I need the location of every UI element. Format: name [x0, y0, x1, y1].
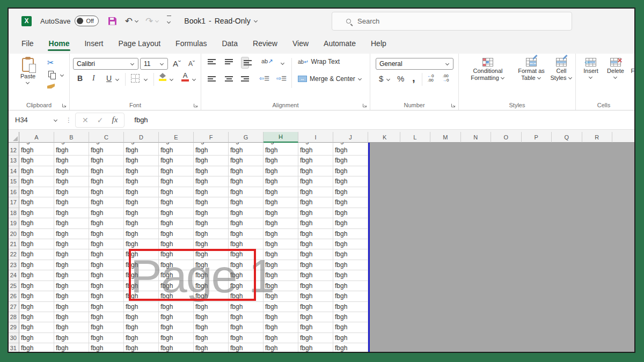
- document-title[interactable]: Book1 - Read-Only: [184, 17, 258, 25]
- cell-D14[interactable]: fbgh: [124, 166, 159, 176]
- cell-F21[interactable]: fbgh: [194, 239, 229, 249]
- bold-button[interactable]: B: [77, 74, 83, 83]
- cell-H12[interactable]: fbgh: [264, 145, 298, 156]
- cell-A26[interactable]: fbgh: [19, 291, 54, 301]
- underline-button[interactable]: U: [106, 74, 112, 83]
- cell-C21[interactable]: fbgh: [89, 239, 124, 249]
- copy-icon[interactable]: [48, 71, 54, 77]
- cell-A31[interactable]: fbgh: [19, 343, 54, 353]
- wrap-text-button[interactable]: ab↵ Wrap Text: [298, 58, 340, 65]
- clipboard-dialog-launcher-icon[interactable]: [62, 103, 67, 108]
- cell-I30[interactable]: fbgh: [298, 333, 333, 343]
- cut-icon[interactable]: ✂: [47, 58, 54, 68]
- cell-F12[interactable]: fbgh: [194, 145, 229, 156]
- cell-B18[interactable]: fbgh: [54, 208, 89, 218]
- cell-D21[interactable]: fbgh: [124, 239, 159, 249]
- cell-C18[interactable]: fbgh: [89, 208, 124, 218]
- page-break-line[interactable]: [368, 143, 370, 353]
- cell-A24[interactable]: fbgh: [19, 270, 54, 280]
- cell-I28[interactable]: fbgh: [298, 312, 333, 322]
- percent-style-button[interactable]: %: [397, 74, 404, 83]
- row-header-21[interactable]: 21: [9, 239, 19, 249]
- cell-E19[interactable]: fbgh: [159, 218, 194, 228]
- fill-color-chevron-icon[interactable]: [170, 77, 174, 82]
- column-header-L[interactable]: L: [400, 132, 431, 143]
- cell-J21[interactable]: fbgh: [333, 239, 368, 249]
- cell-F29[interactable]: fbgh: [194, 322, 229, 333]
- row-header-13[interactable]: 13: [9, 156, 19, 166]
- cell-A29[interactable]: fbgh: [19, 322, 54, 333]
- column-header-F[interactable]: F: [194, 132, 229, 143]
- row-header-15[interactable]: 15: [9, 176, 19, 187]
- column-header-R[interactable]: R: [582, 132, 613, 143]
- insert-function-icon[interactable]: fx: [112, 115, 118, 124]
- cell-J13[interactable]: fbgh: [333, 156, 368, 166]
- cell-H16[interactable]: fbgh: [264, 187, 298, 197]
- cell-E31[interactable]: fbgh: [159, 343, 194, 353]
- cell-A18[interactable]: fbgh: [19, 208, 54, 218]
- undo-icon[interactable]: ↶: [125, 17, 133, 26]
- row-header-19[interactable]: 19: [9, 218, 19, 228]
- tab-review[interactable]: Review: [245, 35, 285, 52]
- cell-C12[interactable]: fbgh: [89, 145, 124, 156]
- cell-B21[interactable]: fbgh: [54, 239, 89, 249]
- tab-file[interactable]: File: [14, 35, 41, 52]
- row-header-30[interactable]: 30: [9, 333, 19, 343]
- cell-G21[interactable]: fbgh: [229, 239, 264, 249]
- column-header-N[interactable]: N: [461, 132, 492, 143]
- insert-cells-button[interactable]: ⇦ Insert: [579, 58, 603, 79]
- font-size-combo[interactable]: 11: [140, 58, 168, 70]
- cell-D15[interactable]: fbgh: [124, 176, 159, 187]
- cell-C17[interactable]: fbgh: [89, 197, 124, 208]
- cell-I22[interactable]: fbgh: [298, 249, 333, 260]
- accounting-format-button[interactable]: $: [379, 74, 383, 83]
- cell-I27[interactable]: fbgh: [298, 302, 333, 312]
- number-dialog-launcher-icon[interactable]: [451, 103, 456, 108]
- column-header-O[interactable]: O: [491, 132, 522, 143]
- cell-A23[interactable]: fbgh: [19, 260, 54, 270]
- cell-J29[interactable]: fbgh: [333, 322, 368, 333]
- cell-F31[interactable]: fbgh: [194, 343, 229, 353]
- cell-J23[interactable]: fbgh: [333, 260, 368, 270]
- cell-F16[interactable]: fbgh: [194, 187, 229, 197]
- cell-A17[interactable]: fbgh: [19, 197, 54, 208]
- cell-D19[interactable]: fbgh: [124, 218, 159, 228]
- cell-B20[interactable]: fbgh: [54, 229, 89, 239]
- tab-formulas[interactable]: Formulas: [168, 35, 214, 52]
- top-align-icon[interactable]: [208, 59, 216, 64]
- cell-H30[interactable]: fbgh: [264, 333, 298, 343]
- bottom-align-icon[interactable]: [241, 57, 249, 69]
- save-icon[interactable]: [108, 17, 116, 25]
- accounting-chevron-icon[interactable]: [386, 77, 391, 82]
- cell-A28[interactable]: fbgh: [19, 312, 54, 322]
- column-header-Q[interactable]: Q: [552, 132, 582, 143]
- cell-F28[interactable]: fbgh: [194, 312, 229, 322]
- cell-G12[interactable]: fbgh: [229, 145, 264, 156]
- cell-J24[interactable]: fbgh: [333, 270, 368, 280]
- cell-I12[interactable]: fbgh: [298, 145, 333, 156]
- cell-I19[interactable]: fbgh: [298, 218, 333, 228]
- cell-C14[interactable]: fbgh: [89, 166, 124, 176]
- cell-A30[interactable]: fbgh: [19, 333, 54, 343]
- borders-icon[interactable]: [131, 74, 140, 83]
- cell-F18[interactable]: fbgh: [194, 208, 229, 218]
- cell-G29[interactable]: fbgh: [229, 322, 264, 333]
- column-header-D[interactable]: D: [124, 132, 159, 143]
- cell-B30[interactable]: fbgh: [54, 333, 89, 343]
- cell-B23[interactable]: fbgh: [54, 260, 89, 270]
- cell-D17[interactable]: fbgh: [124, 197, 159, 208]
- format-painter-icon[interactable]: [47, 84, 55, 88]
- middle-align-icon[interactable]: [225, 59, 233, 64]
- underline-chevron-icon[interactable]: [115, 77, 120, 82]
- cell-B13[interactable]: fbgh: [54, 156, 89, 166]
- alignment-dialog-launcher-icon[interactable]: [362, 103, 367, 108]
- cell-G14[interactable]: fbgh: [229, 166, 264, 176]
- decrease-decimal-icon[interactable]: .00→0: [442, 74, 449, 83]
- fill-color-icon[interactable]: [159, 73, 166, 81]
- cell-J25[interactable]: fbgh: [333, 281, 368, 291]
- cell-F17[interactable]: fbgh: [194, 197, 229, 208]
- row-header-23[interactable]: 23: [9, 260, 19, 270]
- row-header-26[interactable]: 26: [9, 291, 19, 301]
- cell-H31[interactable]: fbgh: [264, 343, 298, 353]
- cell-H14[interactable]: fbgh: [264, 166, 298, 176]
